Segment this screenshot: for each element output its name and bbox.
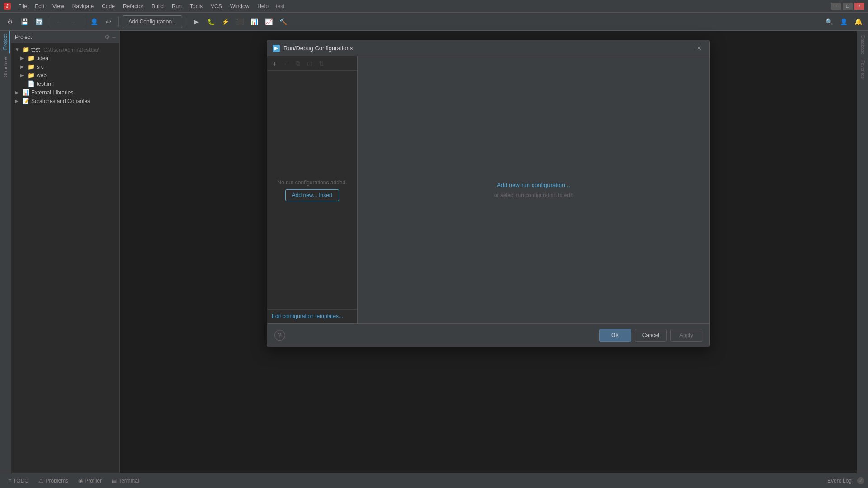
project-panel-title: Project bbox=[15, 34, 32, 40]
coverage-btn[interactable]: 📊 bbox=[248, 15, 260, 28]
bottom-tab-todo[interactable]: ≡ TODO bbox=[4, 476, 33, 486]
bottom-bar: ≡ TODO ⚠ Problems ◉ Profiler ▤ Terminal … bbox=[0, 473, 868, 488]
tree-item-testiml[interactable]: 📄 test.iml bbox=[11, 80, 119, 88]
bottom-tab-problems[interactable]: ⚠ Problems bbox=[34, 476, 73, 486]
stop-btn[interactable]: ⬛ bbox=[233, 15, 246, 28]
run-debug-btn[interactable]: ⚡ bbox=[219, 15, 231, 28]
add-new-run-text[interactable]: Add new run configuration... bbox=[497, 182, 570, 188]
tree-item-extlibs[interactable]: ▶ 📊 External Libraries bbox=[11, 88, 119, 97]
tree-item-scratches[interactable]: ▶ 📝 Scratches and Consoles bbox=[11, 97, 119, 105]
toolbar-save-btn[interactable]: 💾 bbox=[18, 15, 31, 28]
build-btn[interactable]: 🔨 bbox=[277, 15, 289, 28]
arrow-icon-web: ▶ bbox=[20, 73, 26, 78]
tree-item-testiml-label: test.iml bbox=[37, 81, 54, 87]
dialog-title-icon: ▶ bbox=[273, 45, 280, 52]
project-panel: Project ⚙ − ▼ 📁 test C:\Users\Admin\Desk… bbox=[11, 31, 120, 473]
toolbar-forward-btn[interactable]: → bbox=[67, 15, 80, 28]
search-everywhere-btn[interactable]: 🔍 bbox=[823, 15, 835, 28]
left-tab-structure[interactable]: Structure bbox=[1, 53, 9, 81]
tree-item-test-label: test bbox=[31, 47, 40, 53]
project-collapse-icon[interactable]: − bbox=[112, 33, 116, 41]
add-configuration-button[interactable]: Add Configuration... bbox=[123, 15, 182, 28]
menu-tools[interactable]: Tools bbox=[186, 2, 206, 10]
edit-templates-link[interactable]: Edit configuration templates... bbox=[267, 309, 357, 323]
dialog-footer-right: OK Cancel Apply bbox=[599, 329, 702, 342]
menu-code[interactable]: Code bbox=[98, 2, 118, 10]
copy-config-button[interactable]: ⧉ bbox=[292, 58, 303, 69]
toolbar-back-btn[interactable]: ← bbox=[53, 15, 66, 28]
toolbar-vcs-icon[interactable]: ↩ bbox=[102, 15, 115, 28]
left-tab-project[interactable]: Project bbox=[1, 31, 10, 53]
notifications-btn[interactable]: 🔔 bbox=[852, 15, 864, 28]
right-tab-favorites[interactable]: Favorites bbox=[859, 57, 867, 81]
menu-run[interactable]: Run bbox=[168, 2, 185, 10]
app-icon: J bbox=[4, 3, 11, 10]
project-panel-header: Project ⚙ − bbox=[11, 31, 119, 43]
profiler-run-btn[interactable]: 📈 bbox=[262, 15, 275, 28]
scratches-icon: 📝 bbox=[22, 98, 29, 104]
menu-vcs[interactable]: VCS bbox=[207, 2, 226, 10]
menu-edit[interactable]: Edit bbox=[31, 2, 48, 10]
window-controls: − □ × bbox=[831, 3, 864, 10]
event-log-button[interactable]: Event Log bbox=[824, 476, 855, 486]
project-tree: ▼ 📁 test C:\Users\Admin\Desktop\ ▶ 📁 .id… bbox=[11, 43, 119, 473]
toolbar-profile-btn[interactable]: 👤 bbox=[88, 15, 100, 28]
dialog-title-left: ▶ Run/Debug Configurations bbox=[273, 45, 353, 52]
tree-item-src[interactable]: ▶ 📁 src bbox=[11, 62, 119, 71]
menu-view[interactable]: View bbox=[49, 2, 68, 10]
toolbar-separator4 bbox=[186, 17, 186, 27]
remove-config-button[interactable]: − bbox=[281, 58, 292, 69]
no-config-text: No run configurations added. bbox=[277, 179, 347, 186]
project-settings-icon[interactable]: ⚙ bbox=[104, 33, 110, 41]
right-tab-database[interactable]: Database bbox=[859, 33, 867, 57]
tree-item-web[interactable]: ▶ 📁 web bbox=[11, 71, 119, 80]
help-button[interactable]: ? bbox=[274, 330, 285, 341]
user-btn[interactable]: 👤 bbox=[837, 15, 850, 28]
project-panel-actions: ⚙ − bbox=[104, 33, 116, 41]
apply-button[interactable]: Apply bbox=[670, 329, 702, 342]
folder-icon: 📁 bbox=[22, 46, 29, 53]
close-button[interactable]: × bbox=[854, 3, 864, 10]
toolbar-icon-btn[interactable]: ⚙ bbox=[4, 15, 16, 28]
arrow-icon-scratches: ▶ bbox=[15, 99, 20, 103]
menu-bar: File Edit View Navigate Code Refactor Bu… bbox=[14, 2, 272, 10]
dialog-footer: ? OK Cancel Apply bbox=[267, 323, 709, 347]
menu-refactor[interactable]: Refactor bbox=[119, 2, 147, 10]
maximize-button[interactable]: □ bbox=[843, 3, 853, 10]
run-button[interactable]: ▶ bbox=[190, 15, 203, 28]
cancel-button[interactable]: Cancel bbox=[635, 329, 667, 342]
dialog-close-button[interactable]: × bbox=[694, 43, 704, 53]
menu-build[interactable]: Build bbox=[148, 2, 167, 10]
toolbar-sync-btn[interactable]: 🔄 bbox=[33, 15, 45, 28]
dialog-title-bar: ▶ Run/Debug Configurations × bbox=[267, 40, 709, 56]
menu-window[interactable]: Window bbox=[226, 2, 253, 10]
title-bar-title: test bbox=[276, 3, 284, 9]
save-config-button[interactable]: ⊡ bbox=[304, 58, 315, 69]
menu-help[interactable]: Help bbox=[254, 2, 272, 10]
tree-item-idea[interactable]: ▶ 📁 .idea bbox=[11, 54, 119, 62]
dialog-config-list: + − ⧉ ⊡ ⇅ No run configurations added. A… bbox=[267, 56, 358, 323]
terminal-label: Terminal bbox=[118, 478, 139, 484]
file-icon-iml: 📄 bbox=[28, 80, 35, 87]
dialog-config-editor: Add new run configuration... or select r… bbox=[358, 56, 709, 323]
folder-icon-idea: 📁 bbox=[28, 55, 35, 61]
debug-button[interactable]: 🐛 bbox=[204, 15, 217, 28]
sort-config-button[interactable]: ⇅ bbox=[316, 58, 327, 69]
arrow-icon-idea: ▶ bbox=[20, 56, 26, 61]
bottom-tab-profiler[interactable]: ◉ Profiler bbox=[74, 476, 106, 486]
minimize-button[interactable]: − bbox=[831, 3, 841, 10]
bottom-tab-terminal[interactable]: ▤ Terminal bbox=[107, 476, 143, 486]
add-config-icon-button[interactable]: + bbox=[269, 58, 280, 69]
ok-button[interactable]: OK bbox=[599, 329, 631, 342]
menu-navigate[interactable]: Navigate bbox=[69, 2, 97, 10]
bottom-bar-tabs: ≡ TODO ⚠ Problems ◉ Profiler ▤ Terminal bbox=[4, 476, 144, 486]
problems-label: Problems bbox=[45, 478, 68, 484]
tree-item-extlibs-label: External Libraries bbox=[31, 89, 73, 96]
add-new-button[interactable]: Add new... Insert bbox=[285, 189, 339, 201]
tree-item-src-label: src bbox=[37, 64, 44, 70]
menu-file[interactable]: File bbox=[14, 2, 30, 10]
profiler-label: Profiler bbox=[85, 478, 102, 484]
arrow-icon-extlibs: ▶ bbox=[15, 90, 20, 95]
folder-icon-web: 📁 bbox=[28, 72, 35, 79]
tree-item-test[interactable]: ▼ 📁 test C:\Users\Admin\Desktop\ bbox=[11, 45, 119, 54]
